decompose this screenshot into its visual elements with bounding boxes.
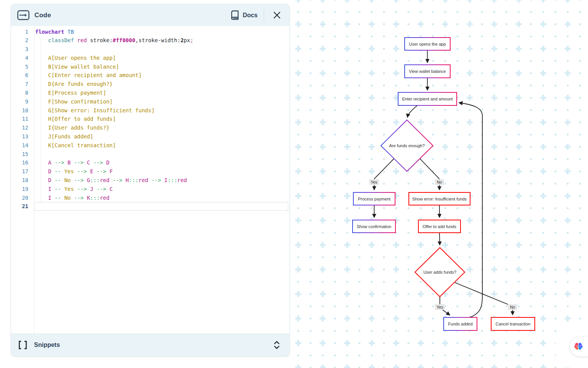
- code-line-content: classDef red stroke:#ff0000,stroke-width…: [35, 36, 193, 45]
- line-number: 10: [11, 106, 28, 115]
- code-line-content: A --> B --> C --> D: [35, 158, 109, 167]
- code-line[interactable]: 13 J[Funds added]: [11, 132, 289, 141]
- snippets-label: Snippets: [34, 342, 60, 348]
- code-line-content: C[Enter recipient and amount]: [35, 71, 142, 80]
- code-line-content: F[Show confirmation]: [35, 97, 113, 106]
- code-line[interactable]: 4 A[User opens the app]: [11, 54, 289, 62]
- line-number: 4: [11, 54, 28, 62]
- panel-title: Code: [34, 12, 51, 19]
- code-line-content: I{User adds funds?}: [35, 123, 109, 132]
- code-line[interactable]: 5 B[View wallet balance]: [11, 62, 289, 71]
- code-editor[interactable]: 1flowchart TB2 classDef red stroke:#ff00…: [11, 26, 289, 334]
- code-line[interactable]: 12 I{User adds funds?}: [11, 123, 289, 132]
- code-line-content: K[Cancel transaction]: [35, 141, 116, 150]
- code-line[interactable]: 14 K[Cancel transaction]: [11, 141, 289, 150]
- line-number: 6: [11, 71, 28, 80]
- line-number: 8: [11, 89, 28, 97]
- snippets-bar[interactable]: Snippets: [11, 334, 289, 356]
- code-panel-header: Code Docs: [11, 4, 289, 26]
- close-panel-button[interactable]: [270, 9, 283, 22]
- code-line-content: flowchart TB: [35, 28, 74, 36]
- code-line-content: H[Offer to add funds]: [35, 115, 116, 123]
- line-number: 20: [11, 194, 28, 202]
- code-line[interactable]: 15: [11, 150, 289, 159]
- close-icon: [273, 12, 281, 19]
- node-J: Funds added: [444, 317, 477, 330]
- code-line-content: A[User opens the app]: [35, 54, 116, 62]
- code-line[interactable]: 6 C[Enter recipient and amount]: [11, 71, 289, 80]
- svg-text:Cancel transaction: Cancel transaction: [495, 322, 530, 326]
- code-line[interactable]: 3: [11, 45, 289, 54]
- edge-label-i-no: No: [510, 305, 515, 309]
- svg-text:View wallet balance: View wallet balance: [409, 69, 446, 74]
- line-number: 12: [11, 123, 28, 132]
- line-number: 5: [11, 62, 28, 71]
- svg-text:Funds added: Funds added: [448, 322, 472, 326]
- code-panel: Code Docs 1flowchart TB2 classDef red st…: [11, 4, 290, 356]
- edge-H-I: [439, 233, 440, 245]
- node-G: Show error: Insufficient funds: [409, 192, 470, 205]
- svg-text:Are funds enough?: Are funds enough?: [389, 143, 425, 148]
- book-icon: [231, 10, 239, 20]
- code-line-content: J[Funds added]: [35, 132, 93, 141]
- line-number: 17: [11, 167, 28, 176]
- svg-text:User opens the app: User opens the app: [409, 42, 446, 46]
- line-number: 15: [11, 150, 28, 159]
- edge-label-d-yes: Yes: [371, 180, 377, 184]
- code-window-icon: [17, 10, 29, 20]
- brackets-icon: [18, 340, 28, 350]
- code-line-content: I -- Yes --> J --> C: [35, 185, 113, 194]
- code-line[interactable]: 2 classDef red stroke:#ff0000,stroke-wid…: [11, 36, 289, 45]
- code-line[interactable]: 9 F[Show confirmation]: [11, 97, 289, 106]
- code-line[interactable]: 8 E[Process payment]: [11, 89, 289, 97]
- code-line[interactable]: 18 D -- No --> G:::red --> H:::red --> I…: [11, 176, 289, 185]
- code-line-content: I -- No --> K:::red: [35, 194, 109, 202]
- svg-text:Show error: Insufficient funds: Show error: Insufficient funds: [412, 197, 467, 201]
- snippets-expand-button[interactable]: [271, 337, 283, 353]
- node-F: Show confirmation: [353, 220, 395, 233]
- line-number: 7: [11, 80, 28, 89]
- line-number: 9: [11, 97, 28, 106]
- code-line-content: D{Are funds enough?}: [35, 80, 113, 89]
- code-line-content: B[View wallet balance]: [35, 62, 119, 71]
- code-line[interactable]: 20 I -- No --> K:::red: [11, 194, 289, 202]
- svg-text:Process payment: Process payment: [358, 197, 390, 201]
- docs-label: Docs: [243, 12, 258, 19]
- svg-text:Offer to add funds: Offer to add funds: [423, 224, 456, 229]
- node-K: Cancel transaction: [491, 317, 535, 330]
- code-line[interactable]: 11 H[Offer to add funds]: [11, 115, 289, 123]
- svg-text:Enter recipient and amount: Enter recipient and amount: [402, 97, 452, 101]
- line-number: 21: [11, 202, 28, 211]
- node-C: Enter recipient and amount: [398, 92, 457, 105]
- header-divider: [264, 10, 264, 21]
- line-number: 14: [11, 141, 28, 150]
- code-line[interactable]: 1flowchart TB: [11, 28, 289, 36]
- diagram-canvas[interactable]: Yes No Yes No User opens the app View wa…: [294, 0, 588, 368]
- brain-icon: [573, 342, 583, 352]
- edge-label-i-yes: Yes: [436, 305, 443, 309]
- line-number: 19: [11, 185, 28, 194]
- code-line[interactable]: 7 D{Are funds enough?}: [11, 80, 289, 89]
- svg-text:Show confirmation: Show confirmation: [357, 224, 392, 229]
- code-line-content: E[Process payment]: [35, 89, 106, 97]
- code-line-content: D -- No --> G:::red --> H:::red --> I:::…: [35, 176, 187, 185]
- node-B: View wallet balance: [405, 65, 450, 78]
- code-line[interactable]: 19 I -- Yes --> J --> C: [11, 185, 289, 194]
- code-line[interactable]: 21: [11, 202, 289, 211]
- docs-button[interactable]: Docs: [231, 10, 258, 20]
- line-number: 16: [11, 158, 28, 167]
- line-number: 11: [11, 115, 28, 123]
- chevron-up-down-icon: [274, 340, 280, 350]
- flowchart-svg: Yes No Yes No User opens the app View wa…: [294, 0, 588, 368]
- code-line[interactable]: 17 D -- Yes --> E --> F: [11, 167, 289, 176]
- svg-text:User adds funds?: User adds funds?: [423, 270, 456, 274]
- code-line-content: G[Show error: Insufficient funds]: [35, 106, 155, 115]
- ai-assistant-button[interactable]: [570, 337, 588, 356]
- code-line[interactable]: 16 A --> B --> C --> D: [11, 158, 289, 167]
- node-H: Offer to add funds: [418, 220, 461, 233]
- line-number: 1: [11, 28, 28, 36]
- line-number: 2: [11, 36, 28, 45]
- code-line-content: D -- Yes --> E --> F: [35, 167, 113, 176]
- line-number: 18: [11, 176, 28, 185]
- code-line[interactable]: 10 G[Show error: Insufficient funds]: [11, 106, 289, 115]
